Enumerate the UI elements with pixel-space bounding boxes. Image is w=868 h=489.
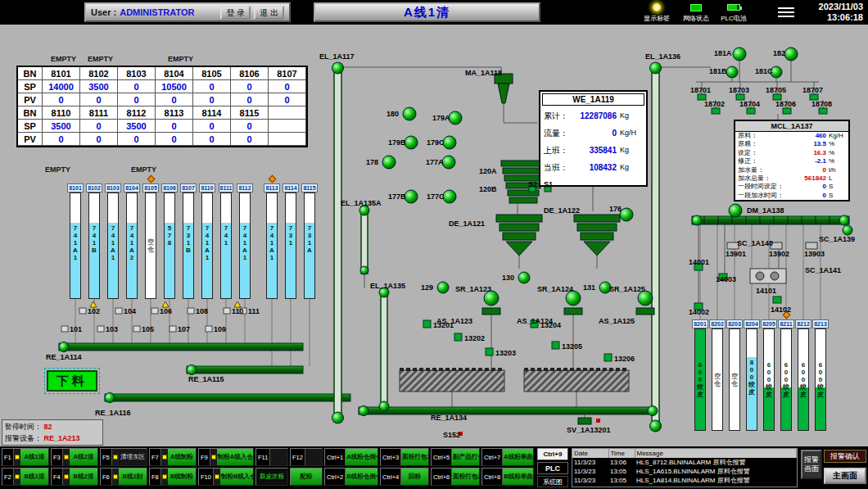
- silo-label: 600绞皮: [800, 361, 807, 398]
- plc-button[interactable]: PLC: [537, 462, 568, 474]
- silo-8104[interactable]: 8104741A2: [126, 175, 138, 299]
- logout-button[interactable]: 退 出: [254, 6, 284, 20]
- bin-cell: 8106: [231, 67, 269, 80]
- fkey-button-F11[interactable]: F11: [255, 448, 288, 466]
- fkey-button-Ctrl+2[interactable]: Ctrl+2B线粉仓倒仓: [324, 468, 378, 486]
- label-n178: 178: [366, 158, 378, 166]
- fkey-button-Ctrl+7[interactable]: Ctrl+7A线粉率曲线: [481, 448, 534, 466]
- label-re_1a116: RE_1A116: [95, 409, 131, 417]
- fkey-button-F6[interactable]: F6B线2刮: [100, 468, 147, 486]
- mcl-row-value: 0: [784, 183, 826, 191]
- pause-time-row: 暂停时间： 82: [5, 421, 100, 432]
- fkey-button-配粉[interactable]: 配粉: [290, 468, 323, 486]
- system-diagram-button[interactable]: 系统图: [537, 476, 568, 487]
- silo-8111[interactable]: 8111741: [220, 175, 232, 299]
- silo-8103[interactable]: 8103741A1: [107, 175, 119, 299]
- fkey-button-Ctrl+8[interactable]: Ctrl+8B线粉率曲线: [481, 468, 534, 486]
- plc-battery-indicator[interactable]: PLC电池: [714, 2, 753, 23]
- label-g104: 104: [124, 307, 136, 315]
- warning-triangle-icons: [90, 301, 241, 307]
- bin-cell: 8103: [118, 67, 156, 80]
- silo-8113[interactable]: 8113741A1: [266, 175, 278, 299]
- silo-8201[interactable]: 8201600绞皮: [694, 311, 706, 431]
- silo-label: 空仓: [731, 373, 738, 387]
- fkey-button-Ctrl+3[interactable]: Ctrl+3面粉打包1: [380, 448, 429, 466]
- we-row-label: 当班：: [544, 159, 575, 176]
- mcl-row: 加水总量：561842L: [735, 174, 848, 183]
- silo-8101[interactable]: 8101741A1: [70, 175, 81, 299]
- fkey-button-F2[interactable]: F2B线1清: [2, 468, 49, 486]
- silo-marker-slot: [109, 175, 117, 183]
- display-tags-toggle[interactable]: 显示标签: [637, 2, 676, 23]
- we-row: 当班：108432Kg: [540, 159, 646, 176]
- alarm-row[interactable]: 11/3/2313:05HLS_1A615.BLNINALARM 原料仓报警: [572, 467, 797, 476]
- silo-number: 8104: [124, 183, 140, 192]
- mcl-row: 加水量：0l/h: [735, 166, 848, 174]
- fkey-button-Ctrl+6[interactable]: Ctrl+6面粉打包2: [431, 468, 480, 486]
- silo-label: 600绞皮: [766, 361, 772, 398]
- silo-label: 741A2: [129, 224, 134, 261]
- silo-8106[interactable]: 8106578: [164, 175, 175, 299]
- fkey-button-Ctrl+4[interactable]: Ctrl+4回粉: [380, 468, 429, 486]
- silo-8114[interactable]: 8114731: [285, 175, 296, 299]
- key-led-indicator: [162, 474, 167, 479]
- alarm-row[interactable]: 11/3/2313:06HLS_8712.BLNINALARM 原料仓报警: [572, 458, 797, 467]
- function-key-column: F7A线制粉F8B线制粉: [149, 448, 197, 486]
- silo-8112[interactable]: 8112741A1: [239, 175, 251, 299]
- mcl-row-label: 一段加水时间：: [738, 192, 784, 200]
- fkey-button-Ctrl+5[interactable]: Ctrl+5副产品打包: [431, 448, 480, 466]
- fkey-button-F3[interactable]: F3A线2清: [51, 448, 98, 466]
- menu-icon[interactable]: [778, 5, 794, 20]
- function-key-bar: F1A线1清F2B线1清F3A线2清F4B线2清F5清理东区F6B线2刮F7A线…: [2, 448, 534, 486]
- label-re_1a134: RE_1A134: [431, 414, 467, 422]
- network-status-indicator[interactable]: 网络状态: [676, 2, 716, 23]
- fkey-button-F9[interactable]: F9制粉A线入仓: [198, 448, 254, 466]
- silo-bar: 800绞皮: [746, 328, 757, 431]
- silo-8102[interactable]: 8102741B: [88, 175, 100, 299]
- fkey-button-F5[interactable]: F5清理东区: [100, 448, 147, 466]
- fkey-button-Ctrl+1[interactable]: Ctrl+1A线粉仓倒仓: [324, 448, 378, 466]
- fkey-button-F10[interactable]: F10制粉B线入仓: [198, 468, 254, 486]
- we-row: 流量：0Kg/H: [540, 125, 646, 142]
- silo-8211[interactable]: 8211600绞皮: [780, 311, 792, 431]
- silo-8203[interactable]: 8203空仓: [729, 311, 740, 431]
- fkey-button-F4[interactable]: F4B线2清: [51, 468, 98, 486]
- fkey-button-F12[interactable]: F12: [290, 448, 323, 466]
- label-s2: S2: [528, 180, 537, 188]
- fkey-button-F7[interactable]: F7A线制粉: [149, 448, 197, 466]
- silo-8107[interactable]: 8107731B: [183, 175, 194, 299]
- silo-bar: 741A1: [70, 192, 81, 299]
- silo-8212[interactable]: 8212600绞皮: [798, 311, 809, 431]
- silo-marker-slot: [90, 175, 98, 183]
- silo-8115[interactable]: 8115731A: [304, 175, 315, 299]
- function-key-column: F12配粉: [290, 448, 323, 486]
- main-screen-button[interactable]: 主画面: [824, 468, 866, 484]
- silo-8110[interactable]: 8110741A1: [201, 175, 213, 299]
- fkey-button-麸皮次粉[interactable]: 麸皮次粉: [255, 468, 288, 486]
- bin-table-row: PV000000: [18, 133, 306, 146]
- silo-bar: 600绞皮: [694, 328, 706, 431]
- fkey-button-F8[interactable]: F8B线制粉: [149, 468, 197, 486]
- mcl-row-unit: %: [826, 157, 846, 165]
- bin-cell: 0: [80, 93, 118, 106]
- bin-cell: 14000: [43, 80, 80, 93]
- login-button[interactable]: 登 录: [220, 6, 251, 20]
- fkey-button-F1[interactable]: F1A线1清: [2, 448, 49, 466]
- ctrl9-button[interactable]: Ctrl+9: [537, 448, 568, 460]
- alarm-row[interactable]: 11/3/2313:05HLS_1A814.BLNINALARM 原料仓报警: [572, 476, 797, 485]
- user-label: User :: [91, 7, 116, 17]
- silo-8105[interactable]: 8105空仓: [145, 175, 156, 299]
- silo-number: 8103: [105, 183, 121, 192]
- silo-label: 741A1: [205, 224, 210, 261]
- silo-8213[interactable]: 8213600绞皮: [815, 311, 826, 431]
- silo-8202[interactable]: 8202空仓: [712, 311, 723, 431]
- silo-8205[interactable]: 8205600绞皮: [763, 311, 775, 431]
- discharge-button[interactable]: 下料: [47, 370, 97, 392]
- bin-setpoint-table: BN8101810281038104810581068107SP14000350…: [16, 66, 308, 147]
- alarm-screen-button[interactable]: 报警 画面: [801, 450, 822, 479]
- we-box-title: WE_1A119: [542, 93, 644, 106]
- label-n14002: 14002: [689, 308, 709, 316]
- alarm-confirm-button[interactable]: 报警确认: [824, 450, 866, 463]
- silo-8204[interactable]: 8204800绞皮: [746, 311, 757, 431]
- bin-cell: 8113: [156, 106, 193, 120]
